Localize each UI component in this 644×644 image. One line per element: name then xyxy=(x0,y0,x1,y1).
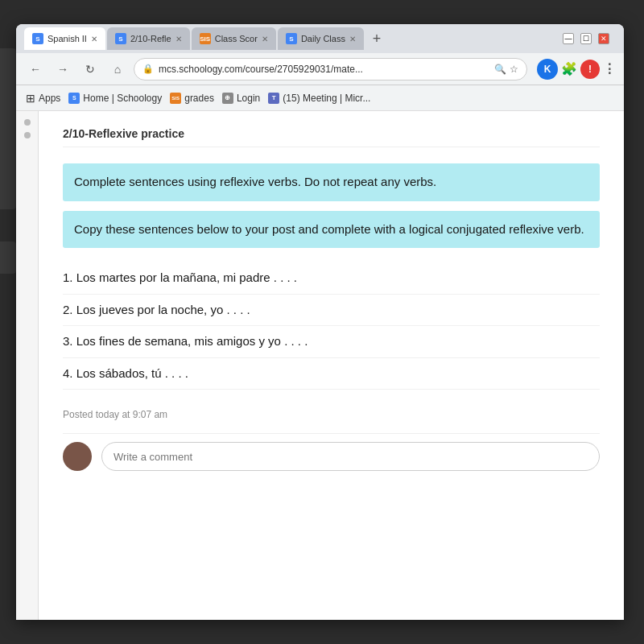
tab-close-reflexive[interactable]: ✕ xyxy=(175,35,182,43)
home-button[interactable]: ⌂ xyxy=(106,58,129,80)
reload-button[interactable]: ↻ xyxy=(79,58,101,80)
url-actions: 🔍 ☆ xyxy=(494,64,518,75)
maximize-button[interactable]: ☐ xyxy=(580,33,592,44)
extension-k-button[interactable]: K xyxy=(537,59,558,80)
tab-label-class-score: Class Scor xyxy=(215,34,258,43)
url-text: mcs.schoology.com/course/2705929031/mate… xyxy=(159,64,489,75)
tab-daily-class[interactable]: S Daily Class ✕ xyxy=(278,27,364,50)
login-icon: ⊕ xyxy=(222,93,233,104)
comment-section xyxy=(63,433,600,479)
page-content: 2/10-Reflexive practice Complete sentenc… xyxy=(16,111,624,620)
bookmark-schoology[interactable]: S Home | Schoology xyxy=(68,93,162,104)
avatar xyxy=(63,442,92,471)
tab-icon-class-score: SIS xyxy=(200,33,211,44)
sentence-list: 1. Los martes por la mañana, mi padre . … xyxy=(63,262,600,390)
forward-button[interactable]: → xyxy=(52,58,74,80)
close-button[interactable]: ✕ xyxy=(598,33,609,44)
bookmark-teams-label: (15) Meeting | Micr... xyxy=(283,93,370,104)
bookmark-apps[interactable]: ⊞ Apps xyxy=(26,92,60,105)
bookmark-grades-label: grades xyxy=(184,93,214,104)
grades-icon: SIS xyxy=(170,93,181,104)
tabs-bar: S Spanish II ✕ S 2/10-Refle ✕ SIS Class … xyxy=(24,27,559,50)
back-button[interactable]: ← xyxy=(24,58,47,80)
instruction-block-2: Copy these sentences below to your post … xyxy=(63,211,600,249)
teams-icon: T xyxy=(268,93,279,104)
tab-close-daily[interactable]: ✕ xyxy=(349,35,356,43)
tab-label-spanish: Spanish II xyxy=(47,34,87,43)
window-controls: — ☐ ✕ xyxy=(563,33,609,44)
bookmark-teams[interactable]: T (15) Meeting | Micr... xyxy=(268,93,370,104)
lock-icon: 🔒 xyxy=(142,64,154,74)
bookmark-grades[interactable]: SIS grades xyxy=(170,93,214,104)
url-bar[interactable]: 🔒 mcs.schoology.com/course/2705929031/ma… xyxy=(134,58,527,80)
sentence-1: 1. Los martes por la mañana, mi padre . … xyxy=(63,262,600,295)
extension-notification-button[interactable]: ! xyxy=(580,60,600,79)
minimize-button[interactable]: — xyxy=(563,33,574,44)
schoology-icon: S xyxy=(68,93,80,104)
assignment-title: 2/10-Reflexive practice xyxy=(63,127,600,147)
sentence-2: 2. Los jueves por la noche, yo . . . . xyxy=(63,295,600,327)
browser-menu-button[interactable]: ⋮ xyxy=(603,61,616,76)
browser-actions: K 🧩 ! ⋮ xyxy=(537,59,616,80)
extensions-icon[interactable]: 🧩 xyxy=(561,61,577,76)
tab-icon-daily: S xyxy=(286,33,297,44)
tab-class-score[interactable]: SIS Class Scor ✕ xyxy=(192,27,276,50)
tab-label-reflexive: 2/10-Refle xyxy=(130,34,171,43)
instruction-block-1: Complete sentences using reflexive verbs… xyxy=(63,163,600,201)
bookmark-schoology-label: Home | Schoology xyxy=(83,93,162,104)
main-content: 2/10-Reflexive practice Complete sentenc… xyxy=(39,111,624,620)
side-dot-1 xyxy=(24,119,31,126)
new-tab-button[interactable]: + xyxy=(365,27,388,50)
sentence-4: 4. Los sábados, tú . . . . xyxy=(63,358,600,390)
instruction-text-1: Complete sentences using reflexive verbs… xyxy=(74,175,436,188)
left-edge-bar xyxy=(0,48,16,209)
sentence-3: 3. Los fines de semana, mis amigos y yo … xyxy=(63,326,600,358)
tab-spanish[interactable]: S Spanish II ✕ xyxy=(24,27,105,50)
comment-input[interactable] xyxy=(101,442,600,471)
bookmark-apps-label: Apps xyxy=(39,93,60,104)
apps-grid-icon: ⊞ xyxy=(26,92,35,105)
browser-window: S Spanish II ✕ S 2/10-Refle ✕ SIS Class … xyxy=(16,24,624,620)
side-strip xyxy=(16,111,39,620)
tab-close-spanish[interactable]: ✕ xyxy=(91,35,97,43)
bookmark-login-label: Login xyxy=(237,93,260,104)
tab-icon-spanish: S xyxy=(32,33,43,44)
desktop: S Spanish II ✕ S 2/10-Refle ✕ SIS Class … xyxy=(0,0,644,644)
nav-bar: ← → ↻ ⌂ 🔒 mcs.schoology.com/course/27059… xyxy=(16,53,624,85)
search-url-icon[interactable]: 🔍 xyxy=(494,64,506,75)
instruction-text-2: Copy these sentences below to your post … xyxy=(74,222,584,236)
left-edge-bar2 xyxy=(0,242,16,274)
bookmarks-bar: ⊞ Apps S Home | Schoology SIS grades ⊕ L… xyxy=(16,85,624,111)
posted-text: Posted today at 9:07 am xyxy=(63,409,600,420)
tab-label-daily: Daily Class xyxy=(301,34,345,43)
tab-icon-reflexive: S xyxy=(115,33,126,44)
title-bar: S Spanish II ✕ S 2/10-Refle ✕ SIS Class … xyxy=(16,24,624,53)
tab-close-class-score[interactable]: ✕ xyxy=(262,35,268,43)
side-dot-2 xyxy=(24,132,31,138)
tab-reflexive[interactable]: S 2/10-Refle ✕ xyxy=(107,27,190,50)
bookmark-star-icon[interactable]: ☆ xyxy=(510,64,518,75)
bookmark-login[interactable]: ⊕ Login xyxy=(222,93,260,104)
